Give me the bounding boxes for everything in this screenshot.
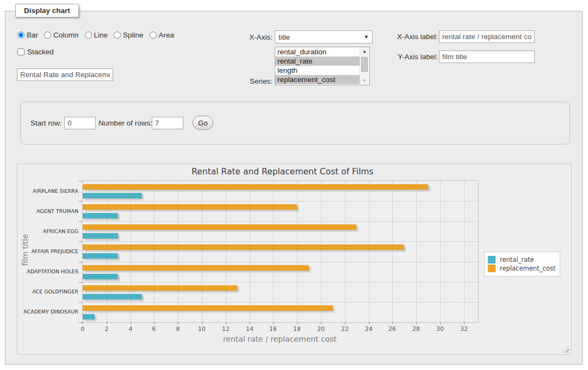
x-tick-label-4: 4 <box>120 325 141 333</box>
y-tick-label-6: ACADEMY DINOSAUR <box>17 309 78 315</box>
x-tick-label-30: 30 <box>429 325 451 333</box>
x-tickmark-32 <box>464 322 465 324</box>
number-of-rows-input[interactable] <box>152 117 183 129</box>
x-tick-label-2: 2 <box>96 325 117 333</box>
start-row-input[interactable] <box>64 117 96 129</box>
radio-option-line: Line <box>85 31 108 39</box>
y-tickmark-3 <box>79 241 82 242</box>
gridline-x-6 <box>154 181 154 322</box>
bar-replacement_cost-5 <box>83 285 237 291</box>
scroll-up-icon[interactable]: ▲ <box>360 48 369 55</box>
x-tickmark-8 <box>178 322 178 324</box>
gridline-x-26 <box>392 181 393 322</box>
chart-container: Rental Rate and Replacement Cost of Film… <box>17 164 572 355</box>
start-row-label: Start row: <box>30 119 62 127</box>
radio-option-area: Area <box>150 31 175 39</box>
gridline-y-6 <box>83 302 478 303</box>
series-option-length[interactable]: length <box>275 66 360 75</box>
x-tick-label-14: 14 <box>239 325 261 333</box>
legend-swatch-replacement_cost <box>488 265 496 272</box>
bar-replacement_cost-1 <box>83 204 297 210</box>
stacked-label: Stacked <box>27 48 54 56</box>
y-tick-label-3: AFFAIR PREJUDICE <box>17 248 78 254</box>
x-tick-label-22: 22 <box>334 325 356 333</box>
gridline-x-20 <box>321 181 321 322</box>
y-tick-label-4: ADAPTATION HOLES <box>17 268 78 274</box>
x-tickmark-26 <box>392 322 393 324</box>
x-tickmark-22 <box>345 322 345 324</box>
x-tickmark-24 <box>369 322 369 324</box>
gridline-x-14 <box>250 181 250 322</box>
gridline-x-10 <box>202 181 202 322</box>
scrollbar-thumb[interactable] <box>361 57 368 72</box>
series-option-rental_duration[interactable]: rental_duration <box>275 47 360 57</box>
series-select-label: Series: <box>215 77 273 85</box>
plot-area <box>82 180 479 323</box>
gridline-x-16 <box>273 181 274 322</box>
column-radio[interactable] <box>44 32 51 39</box>
x-axis-label-input[interactable] <box>439 30 535 43</box>
radio-option-column: Column <box>44 31 79 39</box>
bar-replacement_cost-6 <box>83 305 333 311</box>
series-option-rental_rate[interactable]: rental_rate <box>275 57 360 66</box>
series-options: rental_durationrental_ratelengthreplacem… <box>275 47 360 85</box>
x-tick-label-24: 24 <box>358 325 380 333</box>
scroll-down-icon[interactable]: ▼ <box>360 77 369 84</box>
y-tickmark-6 <box>79 302 82 303</box>
y-tickmark-0 <box>79 181 82 181</box>
chevron-down-icon: ▼ <box>364 34 369 40</box>
x-tick-label-28: 28 <box>405 325 427 333</box>
series-option-replacement_cost[interactable]: replacement_cost <box>275 75 360 84</box>
series-scrollbar[interactable]: ▲ ▼ <box>360 47 369 85</box>
gridline-x-4 <box>131 181 131 322</box>
y-tickmark-5 <box>79 282 82 283</box>
x-axis-select[interactable]: title ▼ <box>275 30 373 43</box>
spline-radio[interactable] <box>114 32 121 39</box>
y-tickmark-4 <box>79 262 82 262</box>
gridline-x-30 <box>440 181 441 322</box>
resize-handle-icon[interactable] <box>563 346 570 353</box>
bar-rental_rate-1 <box>83 213 118 218</box>
chart-type-radio-group: BarColumnLineSplineArea <box>17 31 180 39</box>
x-tick-label-26: 26 <box>381 325 403 333</box>
y-axis-label-field-label: Y-Axis label: <box>380 53 438 61</box>
x-axis-title: rental rate / replacement cost <box>82 335 478 343</box>
legend-swatch-rental_rate <box>488 256 496 264</box>
bar-rental_rate-4 <box>83 274 118 279</box>
x-tickmark-30 <box>440 322 441 324</box>
x-axis-select-label: X-Axis: <box>215 33 273 41</box>
number-of-rows-label: Number of rows: <box>98 119 152 127</box>
bar-replacement_cost-3 <box>83 244 404 250</box>
x-axis-selected-value: title <box>278 33 364 41</box>
go-button[interactable]: Go <box>193 116 213 130</box>
x-tick-label-0: 0 <box>72 325 94 333</box>
bar-radio[interactable] <box>17 32 24 39</box>
stacked-checkbox[interactable] <box>17 48 24 55</box>
x-tickmark-28 <box>416 322 417 324</box>
gridline-x-28 <box>416 181 417 322</box>
y-tickmark-7 <box>79 322 82 323</box>
chart-title: Rental Rate and Replacement Cost of Film… <box>17 167 548 177</box>
y-axis-label-input[interactable] <box>439 51 535 63</box>
series-listbox[interactable]: rental_durationrental_ratelengthreplacem… <box>275 47 370 85</box>
line-radio[interactable] <box>85 32 92 39</box>
fieldset-legend: Display chart <box>15 4 79 17</box>
radio-option-spline: Spline <box>114 31 144 39</box>
chart-title-input[interactable] <box>17 68 113 81</box>
y-tickmark-1 <box>79 201 82 202</box>
legend-label-replacement_cost: replacement_cost <box>500 265 555 272</box>
gridline-x-32 <box>464 181 465 322</box>
x-axis-label-field-label: X-Axis label: <box>380 33 438 41</box>
area-radio[interactable] <box>150 32 157 39</box>
gridline-x-8 <box>178 181 178 322</box>
gridline-x-22 <box>345 181 345 322</box>
x-tickmark-18 <box>297 322 298 324</box>
x-tick-label-32: 32 <box>453 325 475 333</box>
x-tickmark-14 <box>250 322 250 324</box>
chart-legend: rental_ratereplacement_cost <box>484 252 560 277</box>
rows-panel: Start row: Number of rows: Go <box>20 102 570 145</box>
x-tickmark-10 <box>202 322 202 324</box>
x-tickmark-20 <box>321 322 321 324</box>
x-tick-label-16: 16 <box>262 325 284 333</box>
display-chart-fieldset: Display chart BarColumnLineSplineArea St… <box>5 11 583 365</box>
